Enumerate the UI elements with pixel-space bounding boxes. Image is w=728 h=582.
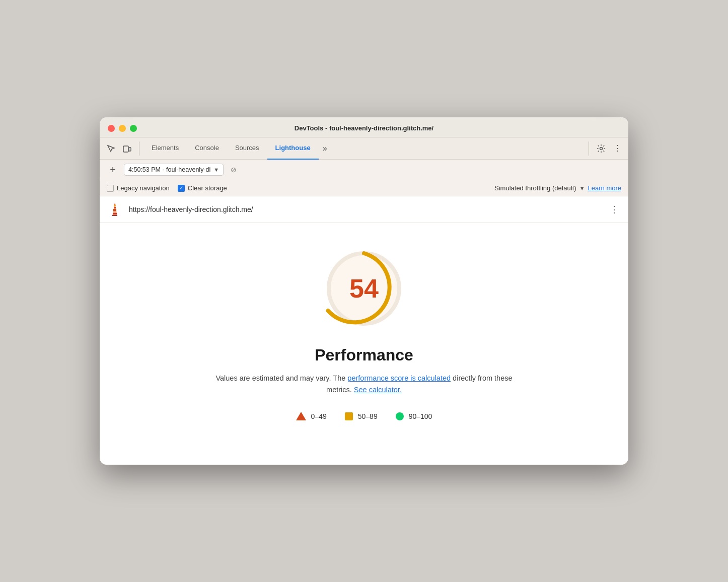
lighthouse-icon (107, 201, 123, 217)
options-bar: Legacy navigation ✓ Clear storage Simula… (100, 180, 628, 196)
url-row: https://foul-heavenly-direction.glitch.m… (100, 196, 628, 223)
url-chevron-icon: ▼ (213, 167, 219, 173)
score-legend: 0–49 50–89 90–100 (296, 412, 432, 420)
devtools-window: DevTools - foul-heavenly-direction.glitc… (100, 117, 628, 465)
score-value: 54 (349, 273, 379, 304)
add-button[interactable]: + (106, 163, 120, 177)
score-gauge: 54 (319, 243, 409, 334)
throttling-chevron-icon: ▼ (579, 185, 585, 191)
legend-poor: 0–49 (296, 412, 327, 420)
tab-elements[interactable]: Elements (143, 137, 187, 160)
legend-average: 50–89 (345, 412, 378, 420)
perf-score-link[interactable]: performance score is calculated (347, 374, 451, 382)
calculator-link[interactable]: See calculator. (354, 386, 402, 394)
second-toolbar: + 4:50:53 PM - foul-heavenly-di ▼ ⊘ (100, 160, 628, 180)
page-url: https://foul-heavenly-direction.glitch.m… (129, 205, 601, 213)
throttling-label: Simulated throttling (default) (494, 184, 576, 192)
tab-console[interactable]: Console (187, 137, 227, 160)
more-options-button[interactable]: ⋮ (610, 141, 624, 156)
clear-storage-checkbox[interactable]: ✓ (178, 185, 185, 192)
close-button[interactable] (108, 125, 115, 132)
window-title: DevTools - foul-heavenly-direction.glitc… (295, 124, 433, 132)
throttling-group: Simulated throttling (default) ▼ Learn m… (494, 184, 621, 192)
svg-rect-0 (123, 146, 128, 152)
average-range: 50–89 (358, 412, 378, 420)
maximize-button[interactable] (130, 125, 137, 132)
tabs-right-icons: ⋮ (589, 141, 624, 156)
legacy-nav-checkbox[interactable] (107, 185, 114, 192)
legacy-nav-group: Legacy navigation (107, 184, 170, 192)
legacy-nav-label: Legacy navigation (117, 184, 170, 192)
url-timestamp: 4:50:53 PM - foul-heavenly-di (128, 166, 210, 173)
svg-point-2 (600, 147, 603, 150)
poor-range: 0–49 (311, 412, 327, 420)
poor-icon (296, 412, 306, 420)
device-toggle-icon[interactable] (120, 141, 134, 156)
good-range: 90–100 (409, 412, 432, 420)
good-icon (396, 412, 404, 420)
traffic-lights (108, 125, 137, 132)
performance-title: Performance (315, 346, 413, 365)
clear-storage-label: Clear storage (188, 184, 227, 192)
learn-more-link[interactable]: Learn more (588, 184, 621, 192)
toolbar-icons (104, 141, 139, 156)
tab-list: Elements Console Sources Lighthouse » (143, 137, 589, 160)
minimize-button[interactable] (119, 125, 126, 132)
title-bar: DevTools - foul-heavenly-direction.glitc… (100, 117, 628, 137)
tabs-bar: Elements Console Sources Lighthouse » ⋮ (100, 137, 628, 160)
tab-sources[interactable]: Sources (227, 137, 267, 160)
svg-rect-5 (114, 207, 116, 208)
block-icon[interactable]: ⊘ (231, 166, 237, 174)
settings-button[interactable] (594, 141, 608, 156)
clear-storage-group: ✓ Clear storage (178, 184, 227, 192)
svg-rect-1 (129, 148, 131, 151)
url-bar[interactable]: 4:50:53 PM - foul-heavenly-di ▼ (124, 164, 224, 176)
tabs-overflow-button[interactable]: » (319, 137, 331, 160)
legend-good: 90–100 (396, 412, 432, 420)
average-icon (345, 412, 353, 420)
svg-point-9 (114, 204, 116, 206)
svg-rect-6 (113, 213, 117, 214)
url-row-more-button[interactable]: ⋮ (607, 202, 621, 216)
cursor-icon[interactable] (104, 141, 118, 156)
performance-description: Values are estimated and may vary. The p… (213, 373, 515, 396)
main-content: 54 Performance Values are estimated and … (100, 223, 628, 465)
svg-rect-4 (113, 209, 116, 211)
tab-lighthouse[interactable]: Lighthouse (267, 137, 319, 160)
svg-rect-7 (112, 215, 117, 216)
